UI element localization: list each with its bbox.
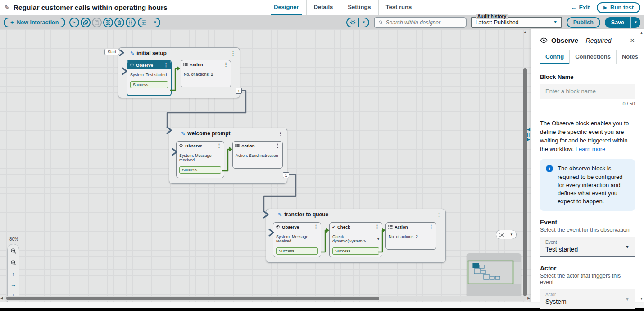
observe-block-initial-setup[interactable]: Observe ⋮ System: Test started Success [127, 60, 172, 96]
layout-split-button[interactable]: ▼ [138, 18, 160, 27]
flow-canvas[interactable]: Start ✎ initial setup ⋮ Observe ⋮ System… [0, 29, 531, 302]
new-interaction-button[interactable]: + New interaction [4, 18, 65, 27]
outcome-badge[interactable]: 1 [236, 88, 242, 94]
search-input[interactable] [386, 19, 462, 26]
interaction-group-initial-setup[interactable]: ✎ initial setup ⋮ Observe ⋮ System: Test… [118, 47, 240, 98]
tab-settings[interactable]: Settings [340, 0, 378, 15]
panel-collapse-handle[interactable]: ◀ || ▶ [527, 128, 530, 142]
run-test-button[interactable]: ▶ Run test [597, 2, 640, 13]
panel-scrollbar[interactable]: ▲ ▼ [639, 29, 644, 302]
copy-icon [83, 20, 88, 25]
tab-config[interactable]: Config [540, 50, 569, 64]
block-menu-icon[interactable]: ⋮ [429, 224, 434, 229]
block-name-input[interactable] [540, 84, 635, 99]
minimap[interactable] [467, 253, 521, 297]
canvas-vertical-scrollbar[interactable]: ▲ [522, 30, 528, 300]
interaction-group-transfer-to-queue[interactable]: ✎ transfer to queue ⋮ Observe ⋮ System: … [266, 209, 446, 263]
actor-select[interactable]: Actor System ▼ [540, 289, 635, 309]
copy-button[interactable] [81, 18, 91, 27]
audit-history-select[interactable]: Audit history Latest: Published ▼ [471, 17, 562, 28]
vertical-scroll-thumb[interactable] [523, 68, 527, 296]
group-menu-icon[interactable]: ⋮ [230, 50, 236, 56]
action-block-transfer-to-queue[interactable]: Action ⋮ No. of actions: 2 [385, 222, 436, 250]
block-menu-icon[interactable]: ⋮ [217, 143, 222, 148]
learn-more-link[interactable]: Learn more [576, 146, 605, 152]
tab-test-runs[interactable]: Test runs [378, 0, 419, 15]
zoom-in-icon [10, 248, 17, 254]
event-select[interactable]: Event Test started ▼ [540, 237, 635, 257]
collapse-right-icon[interactable]: ▶ [527, 137, 530, 142]
pan-right-button[interactable]: → [9, 281, 18, 288]
group-name: initial setup [136, 50, 167, 56]
info-icon: i [546, 165, 553, 172]
success-port[interactable]: Success [179, 166, 221, 174]
success-port[interactable]: Success [332, 247, 379, 255]
block-menu-icon[interactable]: ⋮ [275, 143, 280, 148]
group-menu-icon[interactable]: ⋮ [277, 131, 283, 137]
scroll-up-arrow[interactable]: ▲ [640, 31, 643, 34]
scroll-right-arrow[interactable]: ▶ [527, 297, 531, 300]
group-blocks-button[interactable] [103, 18, 113, 27]
save-dropdown-button[interactable]: ▼ [630, 17, 640, 28]
group-name: transfer to queue [284, 211, 328, 218]
horizontal-scroll-track[interactable] [4, 296, 527, 301]
zoom-in-button[interactable] [9, 247, 18, 255]
exit-link[interactable]: ← Exit [571, 4, 590, 11]
publish-button[interactable]: Publish [567, 17, 600, 28]
rename-group-icon[interactable]: ✎ [181, 131, 185, 137]
block-menu-icon[interactable]: ⋮ [223, 62, 228, 67]
save-button[interactable]: Save [605, 17, 630, 28]
edit-title-icon[interactable]: ✎ [5, 4, 10, 11]
canvas-settings-button[interactable] [347, 18, 358, 27]
expand-check-icon[interactable]: ▾ [377, 237, 379, 241]
tab-connections[interactable]: Connections [569, 50, 616, 64]
block-header: Action ⋮ [181, 60, 231, 69]
tab-designer[interactable]: Designer [267, 0, 306, 15]
close-icon[interactable]: ✕ [630, 37, 635, 44]
horizontal-scroll-thumb[interactable] [6, 297, 379, 300]
block-menu-icon[interactable]: ⋮ [163, 63, 168, 68]
actor-field-value: System [545, 298, 621, 305]
drag-handle-button[interactable] [126, 18, 136, 27]
layout-dropdown-button[interactable]: ▼ [150, 18, 159, 27]
action-block-initial-setup[interactable]: Action ⋮ No. of actions: 2 [181, 60, 231, 87]
settings-dropdown-button[interactable]: ▼ [358, 18, 368, 27]
scroll-up-arrow[interactable]: ▲ [522, 30, 528, 34]
rename-group-icon[interactable]: ✎ [278, 212, 282, 218]
zoom-out-button[interactable] [9, 258, 18, 267]
success-port[interactable]: Success [276, 247, 318, 255]
delete-button[interactable] [114, 18, 124, 27]
success-port[interactable]: Success [130, 81, 168, 88]
block-menu-icon[interactable]: ⋮ [313, 224, 318, 229]
layout-view-button[interactable] [139, 18, 150, 27]
observe-block-transfer-to-queue[interactable]: Observe ⋮ System: Message received Succe… [273, 222, 321, 257]
pan-up-button[interactable]: ↑ [9, 270, 18, 278]
grip-icon: || [527, 133, 530, 137]
outcome-badge[interactable]: 1 [283, 172, 289, 178]
fit-view-dropdown-button[interactable]: ▼ [507, 233, 516, 237]
canvas-horizontal-scrollbar[interactable]: ◀ ▶ [0, 296, 531, 301]
toolbar-left-group: + New interaction ✂ [4, 18, 160, 27]
cut-button[interactable]: ✂ [69, 18, 79, 27]
block-body: System: Message received [273, 231, 321, 245]
squares-grid-icon [105, 20, 111, 25]
collapse-left-icon[interactable]: ◀ [527, 128, 530, 132]
scroll-down-arrow[interactable]: ▼ [640, 297, 643, 300]
block-body: System: Test started [127, 69, 171, 79]
scroll-left-arrow[interactable]: ◀ [0, 297, 4, 300]
observe-block-welcome-prompt[interactable]: Observe ⋮ System: Message received Succe… [176, 141, 224, 178]
group-menu-icon[interactable]: ⋮ [436, 212, 442, 218]
block-menu-icon[interactable]: ⋮ [375, 224, 380, 229]
settings-split-button[interactable]: ▼ [346, 18, 369, 27]
paste-button[interactable] [92, 18, 102, 27]
group-title-row: ✎ welcome prompt ⋮ [181, 130, 283, 137]
action-block-welcome-prompt[interactable]: Action ⋮ Action: Send instruction [232, 141, 283, 169]
check-block-transfer-to-queue[interactable]: ✓ Check ⋮ Check: dynamic(System >... ▾ S… [329, 222, 382, 257]
fit-view-button[interactable] [496, 232, 507, 238]
drag-dots-icon [128, 20, 133, 25]
rename-group-icon[interactable]: ✎ [130, 50, 134, 56]
interaction-group-welcome-prompt[interactable]: ✎ welcome prompt ⋮ Observe ⋮ System: Mes… [169, 128, 287, 184]
play-icon: ▶ [603, 5, 607, 10]
info-alert: i The observe block is required to be co… [540, 159, 635, 211]
tab-details[interactable]: Details [306, 0, 340, 15]
